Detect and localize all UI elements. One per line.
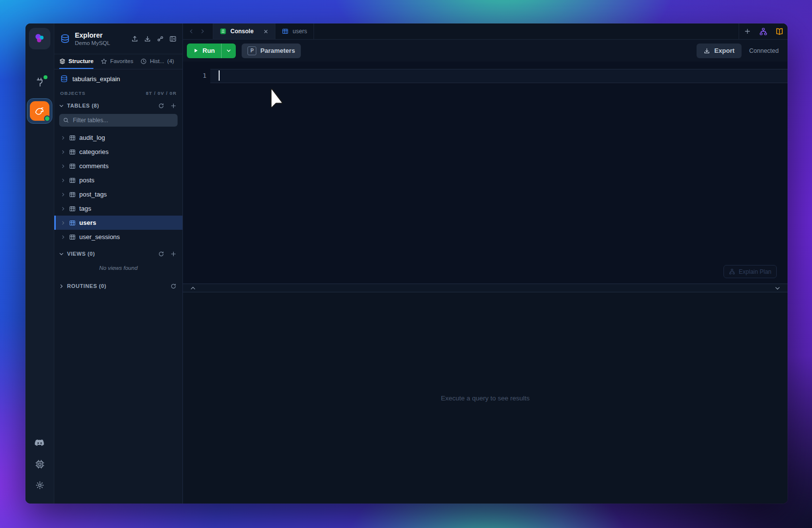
table-row-tags[interactable]: tags xyxy=(54,201,182,216)
chevron-right-icon[interactable] xyxy=(61,206,66,211)
collapse-up-icon[interactable] xyxy=(190,285,196,291)
sql-editor[interactable]: 1 Explain Plan xyxy=(183,62,788,284)
settings-gear-icon[interactable] xyxy=(34,480,45,491)
active-connection-button[interactable] xyxy=(27,98,52,124)
database-icon xyxy=(60,75,68,83)
table-row-audit-log[interactable]: audit_log xyxy=(54,131,182,145)
tab-history-label: Hist... xyxy=(150,58,164,64)
docs-book-icon[interactable] xyxy=(771,23,788,39)
refresh-icon[interactable] xyxy=(158,251,164,257)
routines-section-header[interactable]: ROUTINES (0) xyxy=(54,279,182,293)
nav-forward-button[interactable] xyxy=(197,23,208,39)
console-file-icon xyxy=(220,28,226,35)
connection-status: Connected xyxy=(749,47,779,54)
table-icon xyxy=(69,177,76,184)
discord-icon[interactable] xyxy=(34,437,45,449)
chevron-down-icon xyxy=(59,103,64,109)
mysql-dolphin-icon xyxy=(30,101,49,121)
table-row-posts[interactable]: posts xyxy=(54,173,182,187)
chevron-right-icon[interactable] xyxy=(61,135,66,140)
export-download-icon[interactable] xyxy=(144,35,151,43)
chevron-right-icon[interactable] xyxy=(61,220,66,225)
table-name: post_tags xyxy=(79,191,107,198)
export-button[interactable]: Export xyxy=(697,44,741,58)
table-row-user-sessions[interactable]: user_sessions xyxy=(54,230,182,244)
table-icon xyxy=(69,149,76,155)
table-row-post-tags[interactable]: post_tags xyxy=(54,187,182,201)
chevron-right-icon[interactable] xyxy=(61,178,66,183)
star-icon xyxy=(101,58,107,65)
results-placeholder: Execute a query to see results xyxy=(441,395,530,402)
refresh-icon[interactable] xyxy=(158,103,164,109)
connection-database-row[interactable]: tabularis_explain xyxy=(54,70,182,87)
parameters-badge: P xyxy=(248,46,256,55)
table-name: user_sessions xyxy=(79,233,120,241)
table-row-users[interactable]: users xyxy=(54,216,182,230)
tab-users[interactable]: users xyxy=(275,23,314,39)
tab-favorites-label: Favorites xyxy=(110,58,133,64)
database-name: tabularis_explain xyxy=(72,75,120,83)
tab-console[interactable]: Console xyxy=(213,23,275,39)
sidebar-header: Explorer Demo MySQL xyxy=(54,23,182,54)
explain-plan-icon xyxy=(729,268,735,275)
chevron-right-icon[interactable] xyxy=(61,235,66,240)
tab-structure[interactable]: Structure xyxy=(59,54,93,69)
run-options-caret[interactable] xyxy=(222,44,236,58)
explain-plan-label: Explain Plan xyxy=(739,268,771,275)
views-empty-message: No views found xyxy=(54,261,182,275)
collapse-panel-icon[interactable] xyxy=(169,35,177,43)
sidebar-title: Explorer xyxy=(75,31,110,40)
tables-section-label: TABLES (8) xyxy=(67,103,99,109)
chip-icon[interactable] xyxy=(34,459,45,470)
run-button[interactable]: Run xyxy=(187,44,236,58)
search-icon xyxy=(63,117,69,123)
tab-structure-label: Structure xyxy=(68,58,93,64)
table-icon xyxy=(282,28,289,35)
play-icon xyxy=(193,48,199,53)
table-icon xyxy=(69,134,76,141)
refresh-icon[interactable] xyxy=(170,283,177,289)
table-icon xyxy=(69,191,76,198)
new-tab-icon[interactable] xyxy=(739,23,755,39)
tab-history[interactable]: Hist... (4) xyxy=(140,54,174,69)
online-dot xyxy=(44,115,50,122)
parameters-label: Parameters xyxy=(260,47,295,54)
tab-favorites[interactable]: Favorites xyxy=(101,54,133,69)
table-icon xyxy=(69,163,76,170)
text-caret xyxy=(219,70,220,81)
chevron-right-icon[interactable] xyxy=(61,192,66,197)
app-window: Explorer Demo MySQL xyxy=(25,23,788,504)
close-tab-icon[interactable] xyxy=(263,29,269,34)
import-icon[interactable] xyxy=(131,35,138,43)
workflow-icon[interactable] xyxy=(157,35,164,43)
tables-section-header[interactable]: TABLES (8) xyxy=(54,99,182,112)
filter-tables-input[interactable] xyxy=(72,116,174,124)
online-dot xyxy=(44,75,47,79)
table-icon xyxy=(69,234,76,241)
explain-plan-button[interactable]: Explain Plan xyxy=(723,265,777,278)
add-table-icon[interactable] xyxy=(170,103,177,109)
connection-plug-icon[interactable] xyxy=(34,77,45,88)
results-panel: Execute a query to see results xyxy=(183,292,788,504)
export-label: Export xyxy=(714,47,734,54)
active-line-highlight xyxy=(210,69,788,83)
table-row-categories[interactable]: categories xyxy=(54,145,182,159)
chevron-right-icon[interactable] xyxy=(61,150,66,154)
line-number: 1 xyxy=(183,69,206,82)
table-name: posts xyxy=(79,176,94,184)
explorer-sidebar: Explorer Demo MySQL xyxy=(54,23,183,504)
views-section-header[interactable]: VIEWS (0) xyxy=(54,247,182,261)
table-row-comments[interactable]: comments xyxy=(54,159,182,173)
parameters-button[interactable]: P Parameters xyxy=(242,44,301,58)
add-view-icon[interactable] xyxy=(170,251,177,257)
main-panel: Console users xyxy=(183,23,788,504)
panel-splitter[interactable] xyxy=(183,284,788,292)
sitemap-icon[interactable] xyxy=(755,23,771,39)
sidebar-tabs: Structure Favorites Hist... (4) xyxy=(54,54,182,69)
chevron-down-icon xyxy=(59,251,64,257)
collapse-down-icon[interactable] xyxy=(774,285,781,291)
database-icon xyxy=(60,34,70,44)
chevron-right-icon[interactable] xyxy=(61,164,66,169)
nav-back-button[interactable] xyxy=(185,23,197,39)
app-logo[interactable] xyxy=(29,28,50,49)
